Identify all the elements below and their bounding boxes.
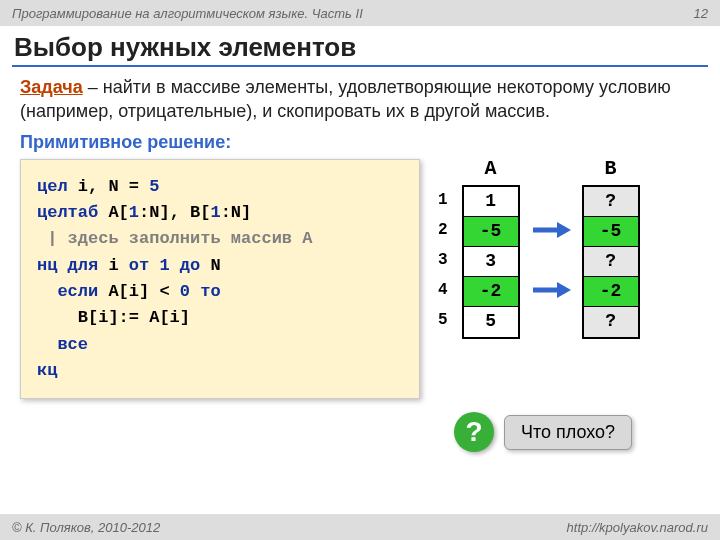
- arrow-slot: [530, 215, 572, 245]
- primitive-solution-label: Примитивное решение:: [20, 132, 700, 153]
- array-a-cell: 5: [464, 307, 518, 337]
- array-b-cell: ?: [584, 187, 638, 217]
- arrow-slot: [530, 185, 572, 215]
- content: Задача – найти в массиве элементы, удовл…: [0, 75, 720, 399]
- array-b-cell: ?: [584, 307, 638, 337]
- array-b-cell: ?: [584, 247, 638, 277]
- row-index: 4: [438, 275, 452, 305]
- task-text: Задача – найти в массиве элементы, удовл…: [20, 75, 700, 124]
- question-text: Что плохо?: [504, 415, 632, 450]
- svg-marker-3: [557, 282, 571, 298]
- header-left: Программирование на алгоритмическом язык…: [12, 6, 363, 21]
- slide-title: Выбор нужных элементов: [0, 26, 720, 65]
- task-label: Задача: [20, 77, 83, 97]
- header-bar: Программирование на алгоритмическом язык…: [0, 0, 720, 26]
- array-a-cell: 3: [464, 247, 518, 277]
- array-a-cell: -5: [464, 217, 518, 247]
- arrow-slot: [530, 275, 572, 305]
- main-area: цел i, N = 5 целтаб A[1:N], B[1:N] | зде…: [20, 159, 700, 400]
- row-index: 1: [438, 185, 452, 215]
- arrow-slot: [530, 305, 572, 335]
- question-mark-icon: ?: [454, 412, 494, 452]
- copyright: © К. Поляков, 2010-2012: [12, 520, 160, 535]
- row-index: 2: [438, 215, 452, 245]
- row-index: 3: [438, 245, 452, 275]
- arrow-right-icon: [531, 280, 571, 300]
- array-a-head: A: [485, 159, 497, 185]
- code-box: цел i, N = 5 целтаб A[1:N], B[1:N] | зде…: [20, 159, 420, 400]
- array-b-cell: -2: [584, 277, 638, 307]
- question-badge: ? Что плохо?: [454, 412, 632, 452]
- footer-bar: © К. Поляков, 2010-2012 http://kpolyakov…: [0, 514, 720, 540]
- array-a-cell: 1: [464, 187, 518, 217]
- title-underline: [12, 65, 708, 67]
- page-number: 12: [694, 6, 708, 21]
- array-b-head: B: [605, 159, 617, 185]
- array-b-cell: -5: [584, 217, 638, 247]
- svg-marker-1: [557, 222, 571, 238]
- array-a-cell: -2: [464, 277, 518, 307]
- index-column: 12345: [438, 185, 452, 335]
- row-index: 5: [438, 305, 452, 335]
- arrays-area: 12345 A 1-53-25 B ?-5?-2?: [438, 159, 640, 400]
- site-url: http://kpolyakov.narod.ru: [567, 520, 708, 535]
- arrow-right-icon: [531, 220, 571, 240]
- array-b: B ?-5?-2?: [582, 159, 640, 339]
- task-body: – найти в массиве элементы, удовлетворяю…: [20, 77, 671, 121]
- arrow-slot: [530, 245, 572, 275]
- array-a: A 1-53-25: [462, 159, 520, 339]
- arrow-column: [530, 185, 572, 335]
